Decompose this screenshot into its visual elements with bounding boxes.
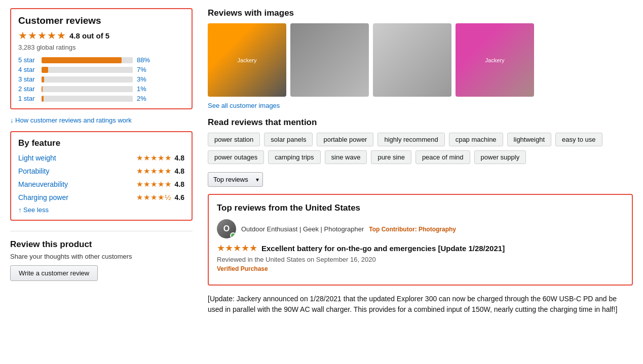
review-star-icons: ★★★★★ — [217, 242, 257, 254]
review-title-text: Excellent battery for on-the-go and emer… — [261, 244, 505, 253]
bar-fill — [42, 76, 44, 83]
top-reviews-box: Top reviews from the United States O Out… — [208, 194, 633, 286]
tag-pill[interactable]: sine wave — [325, 150, 367, 164]
feature-row[interactable]: Light weight★★★★★4.8 — [18, 153, 184, 163]
sort-select[interactable]: Top reviews Most recent — [208, 172, 263, 187]
rating-bar-row[interactable]: 1 star2% — [18, 95, 184, 102]
bar-pct: 88% — [137, 56, 153, 64]
tag-pill[interactable]: highly recommend — [377, 133, 444, 146]
feature-stars: ★★★★★ — [136, 167, 172, 176]
thumb-label-2 — [328, 58, 332, 62]
feature-rating: 4.8 — [175, 154, 184, 162]
customer-reviews-box: Customer reviews ★★★★★ 4.8 out of 5 3,28… — [10, 8, 193, 109]
feature-right: ★★★★½4.6 — [136, 193, 184, 202]
tag-pill[interactable]: pure sine — [371, 150, 411, 164]
reviewer-row: O Outdoor Enthusiast | Geek | Photograph… — [217, 219, 624, 238]
verified-purchase: Verified Purchase — [217, 265, 624, 272]
bar-label: 2 star — [18, 85, 37, 93]
bar-pct: 2% — [137, 95, 153, 102]
tag-pill[interactable]: power supply — [474, 150, 526, 164]
review-date: Reviewed in the United States on Septemb… — [217, 256, 624, 263]
thumb-label-4: Jackery — [483, 55, 507, 65]
review-image-2[interactable] — [290, 23, 369, 97]
bar-fill — [42, 57, 122, 63]
rating-value: 4.8 out of 5 — [69, 31, 109, 40]
review-this-product: Review this product Share your thoughts … — [10, 231, 193, 281]
select-wrapper[interactable]: Top reviews Most recent — [208, 172, 263, 187]
feature-name: Portability — [18, 167, 49, 175]
bar-pct: 3% — [137, 75, 153, 83]
rating-bar-row[interactable]: 2 star1% — [18, 85, 184, 93]
bar-label: 3 star — [18, 75, 37, 83]
tag-grid: power stationsolar panelsportable powerh… — [208, 133, 633, 164]
feature-rating: 4.8 — [175, 180, 184, 188]
bar-pct: 7% — [137, 66, 153, 73]
bar-pct: 1% — [137, 85, 153, 93]
feature-stars: ★★★★½ — [136, 193, 172, 202]
reviewer-name: Outdoor Enthusiast | Geek | Photographer — [241, 225, 364, 233]
see-all-images-link[interactable]: See all customer images — [208, 102, 633, 109]
see-less-link[interactable]: ↑ See less — [18, 206, 184, 214]
review-image-4[interactable]: Jackery — [456, 23, 534, 97]
feature-name: Maneuverability — [18, 180, 68, 188]
how-ratings-link[interactable]: ↓ How customer reviews and ratings work — [10, 116, 193, 124]
review-product-title: Review this product — [10, 239, 193, 250]
bar-track — [42, 96, 133, 102]
reviewer-info: Outdoor Enthusiast | Geek | Photographer… — [241, 225, 456, 233]
bar-fill — [42, 67, 48, 73]
top-contributor-badge: Top Contributor: Photography — [369, 226, 456, 233]
feature-name: Light weight — [18, 154, 56, 162]
by-feature-box: By feature Light weight★★★★★4.8Portabili… — [10, 131, 193, 221]
feature-row[interactable]: Portability★★★★★4.8 — [18, 167, 184, 176]
review-product-sub: Share your thoughts with other customers — [10, 253, 193, 260]
tag-pill[interactable]: peace of mind — [415, 150, 470, 164]
tag-pill[interactable]: lightweight — [507, 133, 551, 146]
feature-rating: 4.6 — [175, 193, 184, 201]
rating-bar-row[interactable]: 5 star88% — [18, 56, 184, 64]
feature-name: Charging power — [18, 193, 68, 201]
feature-rows: Light weight★★★★★4.8Portability★★★★★4.8M… — [18, 153, 184, 202]
by-feature-title: By feature — [18, 138, 184, 148]
bar-label: 5 star — [18, 56, 37, 64]
top-reviews-from-title: Top reviews from the United States — [217, 203, 624, 213]
rating-bar-row[interactable]: 3 star3% — [18, 75, 184, 83]
feature-row[interactable]: Charging power★★★★½4.6 — [18, 193, 184, 202]
thumb-label-3 — [410, 58, 414, 62]
top-reviews-dropdown[interactable]: Top reviews Most recent — [208, 172, 633, 187]
right-column: Reviews with images Jackery Jackery See … — [208, 8, 633, 315]
rating-bars: 5 star88%4 star7%3 star3%2 star1%1 star2… — [18, 56, 184, 102]
tag-pill[interactable]: power station — [208, 133, 260, 146]
left-column: Customer reviews ★★★★★ 4.8 out of 5 3,28… — [10, 8, 193, 315]
feature-right: ★★★★★4.8 — [136, 180, 184, 189]
image-thumbnails: Jackery Jackery — [208, 23, 633, 97]
write-review-button[interactable]: Write a customer review — [10, 265, 98, 281]
review-image-3[interactable] — [373, 23, 451, 97]
feature-rating: 4.8 — [175, 167, 184, 175]
review-body: [Update: Jackery announced on 1/28/2021 … — [208, 294, 633, 315]
feature-right: ★★★★★4.8 — [136, 153, 184, 163]
bar-fill — [42, 86, 43, 92]
stars-row: ★★★★★ 4.8 out of 5 — [18, 29, 184, 42]
bar-fill — [42, 96, 44, 102]
reviewer-avatar: O — [217, 219, 236, 238]
tag-pill[interactable]: power outages — [208, 150, 264, 164]
thumb-label-1: Jackery — [236, 55, 259, 65]
global-ratings: 3,283 global ratings — [18, 44, 184, 51]
tag-pill[interactable]: cpap machine — [449, 133, 503, 146]
tag-pill[interactable]: solar panels — [264, 133, 313, 146]
feature-row[interactable]: Maneuverability★★★★★4.8 — [18, 180, 184, 189]
avatar-badge — [230, 232, 236, 238]
tag-pill[interactable]: easy to use — [555, 133, 602, 146]
reviews-with-images-title: Reviews with images — [208, 8, 633, 18]
customer-reviews-title: Customer reviews — [18, 15, 184, 26]
review-image-1[interactable]: Jackery — [208, 23, 286, 97]
bar-track — [42, 67, 133, 73]
tag-pill[interactable]: portable power — [317, 133, 373, 146]
feature-stars: ★★★★★ — [136, 153, 172, 163]
review-title-row: ★★★★★ Excellent battery for on-the-go an… — [217, 242, 624, 254]
star-icons: ★★★★★ — [18, 29, 66, 42]
bar-track — [42, 76, 133, 83]
rating-bar-row[interactable]: 4 star7% — [18, 66, 184, 73]
feature-stars: ★★★★★ — [136, 180, 172, 189]
tag-pill[interactable]: camping trips — [268, 150, 320, 164]
